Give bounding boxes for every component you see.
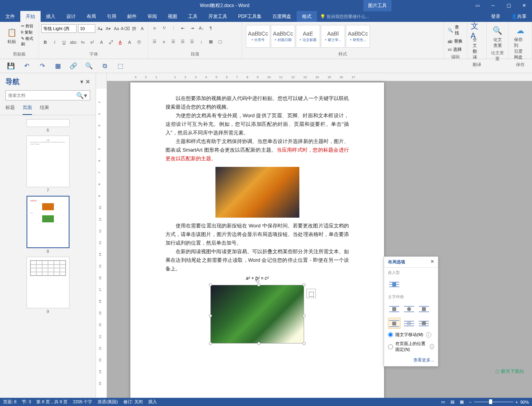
superscript-icon[interactable]: x² <box>88 38 96 46</box>
borders-icon[interactable]: ▢ <box>216 38 224 46</box>
tell-me[interactable]: 💡 告诉我您想要做什么... <box>317 14 369 20</box>
undo-icon[interactable]: ↶ <box>23 62 30 70</box>
paragraph-5[interactable]: 在新的阅读视图中阅读更加容易。可以折叠文档某些部分并关注所需文本。如果在达到结尾… <box>165 247 349 273</box>
styles-gallery[interactable]: AaBbCc+ 分类号AaBbCc+ 封面日期AaE+ 论文标题AaBl+ 硕士… <box>244 23 441 50</box>
save-baidu-button[interactable]: ☁保存到百度网盘 <box>511 23 529 61</box>
strike-icon[interactable]: abc <box>69 38 77 46</box>
paragraph-2[interactable]: 为使您的文档具有专业外观，Word 提供了页眉、页脚、封面和文本框设计，这些设计… <box>165 111 349 137</box>
show-marks-icon[interactable]: ¶ <box>207 24 215 32</box>
nav-dropdown-icon[interactable]: ▾ <box>80 79 83 85</box>
maximize-icon[interactable]: ▢ <box>501 0 516 11</box>
status-language[interactable]: 英语(美国) <box>98 399 117 405</box>
redo-icon[interactable]: ↷ <box>38 62 46 70</box>
tab-pdf[interactable]: PDF工具集 <box>233 11 267 22</box>
paragraph-3[interactable]: 主题和样式也有助于文档保持协调。当您单击设计并选择新的主题时，图片、图表或 Sm… <box>165 137 349 163</box>
nav-tab-pages[interactable]: 页面 <box>23 104 32 115</box>
copy-button[interactable]: ⎘ 复制 <box>21 30 36 35</box>
layout-popup-close-icon[interactable]: ✕ <box>431 259 434 265</box>
decrease-indent-icon[interactable]: ⇤ <box>179 24 187 32</box>
other-icon[interactable]: ⬚ <box>116 62 124 70</box>
char-border-icon[interactable]: A <box>139 25 146 32</box>
style-item[interactable]: AaE+ 论文标题 <box>296 25 320 48</box>
zoom-out-icon[interactable]: − <box>469 400 472 404</box>
resize-handle-br[interactable] <box>302 342 306 345</box>
share-button[interactable]: 👤 共享 <box>506 11 532 22</box>
view-web-icon[interactable]: ▦ <box>460 399 464 404</box>
increase-indent-icon[interactable]: ⇥ <box>188 24 196 32</box>
leaf-image[interactable] <box>215 167 299 218</box>
resize-handle-bc[interactable] <box>257 342 260 345</box>
phonetic-icon[interactable]: 拼 <box>131 25 137 32</box>
layout-wrap-tight[interactable] <box>403 304 415 315</box>
layout-wrap-square[interactable] <box>388 304 400 315</box>
tab-design[interactable]: 设计 <box>61 11 81 22</box>
link-icon[interactable]: 🔗 <box>69 62 77 70</box>
view-read-icon[interactable]: ▭ <box>441 399 445 404</box>
tab-file[interactable]: 文件 <box>0 11 20 22</box>
tab-layout[interactable]: 布局 <box>81 11 101 22</box>
paragraph-1[interactable]: 以在想要添加的视频的嵌入代码中进行粘贴。您也可以键入一个关键字以联机搜索最适合您… <box>165 94 349 111</box>
see-more-link[interactable]: 查看更多... <box>384 354 438 366</box>
tab-tools[interactable]: 工具 <box>183 11 203 22</box>
font-size-select[interactable] <box>78 24 95 33</box>
view-print-icon[interactable]: ▤ <box>450 399 454 404</box>
sort-icon[interactable]: A↓ <box>197 24 205 32</box>
layers-icon[interactable]: ⧉ <box>101 62 109 70</box>
tab-baidu[interactable]: 百度网盘 <box>267 11 297 22</box>
zoom-level[interactable]: 90% <box>520 400 529 404</box>
page-thumbnail[interactable] <box>27 257 69 308</box>
table-icon[interactable]: ▦ <box>54 62 62 70</box>
ribbon-display-icon[interactable]: ▭ <box>470 0 485 11</box>
text-effect-icon[interactable]: A <box>98 38 105 46</box>
decrease-font-icon[interactable]: A▾ <box>105 25 112 32</box>
cut-button[interactable]: ✂ 剪切 <box>21 23 36 29</box>
layout-wrap-through[interactable] <box>418 304 430 315</box>
zoom-slider[interactable] <box>474 401 513 402</box>
resize-handle-tr[interactable] <box>302 283 306 286</box>
tab-mailings[interactable]: 邮件 <box>122 11 142 22</box>
save-icon[interactable]: 💾 <box>7 62 15 70</box>
status-track[interactable]: 修订: 关闭 <box>123 399 143 405</box>
font-name-select[interactable] <box>41 24 77 33</box>
status-section[interactable]: 节: 3 <box>22 399 31 405</box>
status-insert[interactable]: 插入 <box>148 399 157 405</box>
select-button[interactable]: ▭ 选择 <box>446 46 464 53</box>
tab-dev[interactable]: 开发工具 <box>203 11 233 22</box>
tab-review[interactable]: 审阅 <box>142 11 162 22</box>
style-item[interactable]: AaBl+ 硕士学... <box>321 25 345 48</box>
bullets-icon[interactable]: ≡ <box>151 24 158 32</box>
style-item[interactable]: AaBbCc+ 分类号 <box>246 25 270 48</box>
nav-tab-headings[interactable]: 标题 <box>5 104 15 115</box>
paragraph-4[interactable]: 使用在需要位置出现的新按钮在 Word 中保存时间。若要更改图片适应文档的方式，… <box>165 222 349 247</box>
resize-handle-tl[interactable] <box>209 283 212 286</box>
line-spacing-icon[interactable]: ↕ <box>197 38 205 46</box>
fix-position-radio[interactable] <box>388 344 393 349</box>
format-painter-button[interactable]: ✎ 格式刷 <box>21 36 36 47</box>
layout-wrap-topbottom[interactable] <box>388 318 400 329</box>
multilevel-icon[interactable]: ⋮ <box>169 24 177 32</box>
style-item[interactable]: AaBbCc+ 研究生... <box>346 25 370 48</box>
subscript-icon[interactable]: x₂ <box>79 38 87 46</box>
preview-icon[interactable]: 🔍 <box>85 62 93 70</box>
paste-button[interactable]: 📋粘贴 <box>2 23 21 47</box>
resize-handle-ml[interactable] <box>209 314 212 317</box>
page-thumbnail[interactable] <box>27 119 69 127</box>
minimize-icon[interactable]: ─ <box>485 0 501 11</box>
resize-handle-tc[interactable] <box>257 283 260 286</box>
underline-icon[interactable]: U <box>60 38 68 46</box>
move-with-text-radio[interactable] <box>388 332 393 337</box>
status-page-of[interactable]: 第 8 页，共 9 页 <box>36 399 67 405</box>
highlight-icon[interactable]: 🖍 <box>107 38 115 46</box>
translate-button[interactable]: 文A全文翻译 <box>470 23 484 61</box>
layout-wrap-front[interactable] <box>418 318 430 329</box>
info-icon[interactable]: i <box>426 332 431 338</box>
paper-check-button[interactable]: 🔍论文查重 <box>489 23 506 49</box>
layout-options-button[interactable]: ⬚ <box>306 289 316 298</box>
nav-tab-results[interactable]: 结果 <box>40 104 49 115</box>
distribute-icon[interactable]: ☰ <box>188 38 196 46</box>
resize-handle-mr[interactable] <box>302 314 306 317</box>
shading-icon[interactable]: ▦ <box>207 38 215 46</box>
align-center-icon[interactable]: ≡ <box>160 38 168 46</box>
zoom-in-icon[interactable]: + <box>516 400 518 404</box>
char-shading-icon[interactable]: A <box>126 38 133 46</box>
